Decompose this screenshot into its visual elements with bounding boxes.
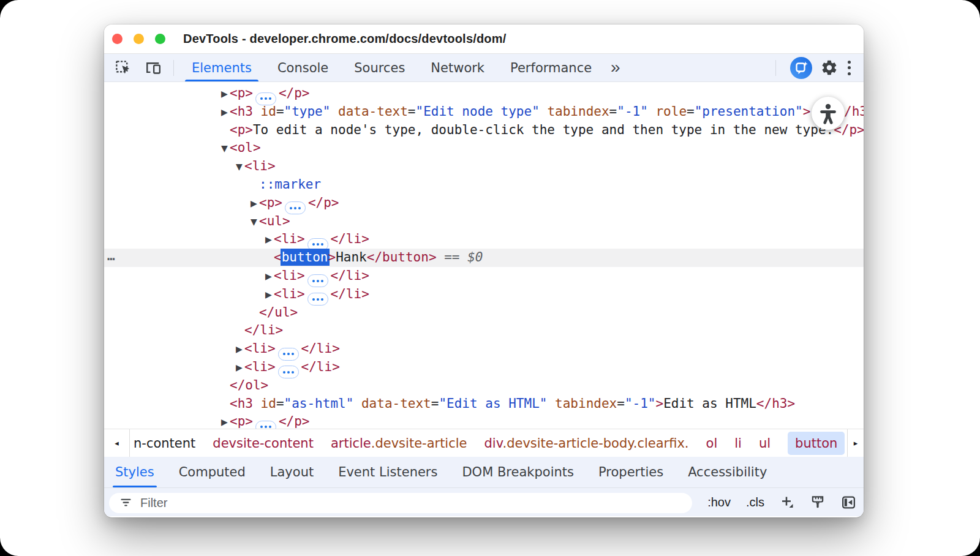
- kebab-menu-icon[interactable]: [848, 61, 851, 75]
- token-tag: </li>: [244, 323, 283, 337]
- breadcrumb-part-plain: n-content: [134, 436, 195, 451]
- dom-node[interactable]: ▶<h3 id="type" data-text="Edit node type…: [104, 103, 864, 121]
- token-tag: <: [274, 250, 282, 265]
- token-tag: <p>: [230, 414, 253, 429]
- close-window-button[interactable]: [112, 34, 123, 44]
- sidebar-tab-dom-breakpoints[interactable]: DOM Breakpoints: [462, 457, 574, 487]
- expand-arrow-closed[interactable]: ▶: [251, 195, 259, 213]
- breadcrumb-part-tag: div: [484, 436, 503, 451]
- dom-node[interactable]: </li>: [104, 321, 864, 340]
- dom-node[interactable]: <p>To edit a node's type, double-click t…: [104, 121, 864, 140]
- breadcrumb-item[interactable]: div.devsite-article-body.clearfix.: [484, 436, 689, 451]
- node-options-dots[interactable]: …: [107, 247, 116, 266]
- breadcrumb-part-tag: ol: [706, 436, 718, 451]
- dom-node[interactable]: ▼<li>: [104, 157, 864, 176]
- token-tag: <li>: [274, 231, 305, 246]
- breadcrumb-part-tag: button: [795, 436, 837, 451]
- token-attr: id: [253, 104, 276, 119]
- tab-performance[interactable]: Performance: [497, 54, 605, 81]
- collapsed-children-ellipsis[interactable]: [255, 421, 276, 429]
- gemini-icon[interactable]: [790, 57, 812, 79]
- sidebar-tab-accessibility[interactable]: Accessibility: [688, 457, 767, 487]
- token-val: "-1": [617, 104, 648, 119]
- expand-arrow-closed[interactable]: ▶: [236, 340, 244, 359]
- breadcrumb-item[interactable]: ol: [706, 436, 718, 451]
- element-classes-button[interactable]: .cls: [746, 495, 764, 509]
- expand-arrow-open[interactable]: ▼: [236, 158, 244, 176]
- token-tag: </li>: [331, 287, 369, 301]
- dom-node[interactable]: ▶<p></p>: [104, 194, 864, 212]
- token-tag: <li>: [244, 359, 276, 374]
- tab-console[interactable]: Console: [265, 54, 341, 81]
- inspect-element-icon[interactable]: [114, 59, 131, 77]
- filter-placeholder: Filter: [140, 496, 167, 510]
- breadcrumb-scroll-right-button[interactable]: ▸: [847, 429, 864, 457]
- dom-node[interactable]: ▼<ul>: [104, 212, 864, 231]
- breadcrumb-item[interactable]: li: [734, 436, 742, 451]
- sidebar-tab-styles[interactable]: Styles: [115, 457, 154, 487]
- toolbar-divider-right: [775, 60, 776, 76]
- dom-node[interactable]: ▶<p></p>: [104, 413, 864, 429]
- settings-gear-icon[interactable]: [821, 59, 838, 77]
- dom-node[interactable]: ::marker: [104, 176, 864, 194]
- dom-node[interactable]: </ul>: [104, 304, 864, 322]
- dom-node[interactable]: </ol>: [104, 377, 864, 395]
- breadcrumb-scroll-left-button[interactable]: ◂: [104, 429, 130, 457]
- expand-arrow-closed[interactable]: ▶: [265, 268, 274, 286]
- token-punct: =: [687, 104, 695, 119]
- breadcrumb-item[interactable]: article.devsite-article: [331, 436, 467, 451]
- device-toolbar-icon[interactable]: [145, 59, 162, 77]
- token-tag: </p>: [308, 195, 339, 210]
- token-marker: ::marker: [259, 177, 321, 192]
- dom-node[interactable]: ▶<li></li>: [104, 285, 864, 304]
- token-attr: tabindex: [540, 104, 609, 119]
- token-attr: role: [648, 104, 687, 119]
- sidebar-tab-properties[interactable]: Properties: [598, 457, 663, 487]
- token-tag: <li>: [244, 341, 276, 356]
- breadcrumb-part-cls: .devsite-article-body.clearfix.: [502, 436, 688, 451]
- dom-node[interactable]: ▶<p></p>: [104, 85, 864, 103]
- tab-elements[interactable]: Elements: [179, 54, 265, 81]
- breadcrumb-item[interactable]: button: [788, 432, 845, 455]
- token-tag: </li>: [331, 231, 369, 246]
- token-tag: <ul>: [259, 214, 290, 228]
- tab-sources[interactable]: Sources: [341, 54, 418, 81]
- tab-network[interactable]: Network: [418, 54, 497, 81]
- expand-arrow-closed[interactable]: ▶: [221, 413, 230, 429]
- token-attr: tabindex: [547, 396, 617, 411]
- sidebar-tab-computed[interactable]: Computed: [179, 457, 246, 487]
- expand-arrow-open[interactable]: ▼: [251, 213, 259, 231]
- dom-node[interactable]: ▶<li></li>: [104, 267, 864, 285]
- sidebar-tab-layout[interactable]: Layout: [270, 457, 314, 487]
- expand-arrow-closed[interactable]: ▶: [221, 85, 230, 103]
- expand-arrow-closed[interactable]: ▶: [236, 359, 244, 377]
- dom-node[interactable]: ▼<ol>: [104, 139, 864, 157]
- devtools-window: DevTools - developer.chrome.com/docs/dev…: [104, 24, 864, 517]
- dom-node-selected[interactable]: …<button>Hank</button> == $0: [104, 249, 864, 267]
- breadcrumb-part-tag: li: [734, 436, 742, 451]
- expand-arrow-open[interactable]: ▼: [221, 140, 230, 158]
- new-style-rule-button[interactable]: [780, 495, 794, 509]
- more-tabs-button[interactable]: »: [605, 53, 627, 81]
- expand-arrow-closed[interactable]: ▶: [265, 231, 274, 249]
- token-text: Hank: [336, 250, 367, 265]
- dom-node[interactable]: ▶<li></li>: [104, 230, 864, 249]
- minimize-window-button[interactable]: [134, 34, 144, 44]
- filter-funnel-icon: [119, 497, 132, 509]
- zoom-window-button[interactable]: [155, 34, 165, 44]
- dom-node[interactable]: <h3 id="as-html" data-text="Edit as HTML…: [104, 395, 864, 413]
- dom-node[interactable]: ▶<li></li>: [104, 340, 864, 358]
- breadcrumb-item[interactable]: n-content: [134, 436, 195, 451]
- breadcrumb-item[interactable]: ul: [759, 436, 771, 451]
- rendering-brush-icon[interactable]: [810, 494, 826, 510]
- breadcrumb-item[interactable]: devsite-content: [213, 436, 314, 451]
- token-punct: =: [609, 104, 617, 119]
- toggle-element-state-button[interactable]: :hov: [707, 495, 731, 509]
- show-sidebar-panel-icon[interactable]: [841, 495, 856, 510]
- expand-arrow-closed[interactable]: ▶: [265, 286, 274, 304]
- filter-input[interactable]: Filter: [109, 493, 692, 513]
- dom-node[interactable]: ▶<li></li>: [104, 358, 864, 377]
- expand-arrow-closed[interactable]: ▶: [221, 103, 230, 122]
- token-attr: id: [253, 396, 276, 411]
- sidebar-tab-event-listeners[interactable]: Event Listeners: [338, 457, 437, 487]
